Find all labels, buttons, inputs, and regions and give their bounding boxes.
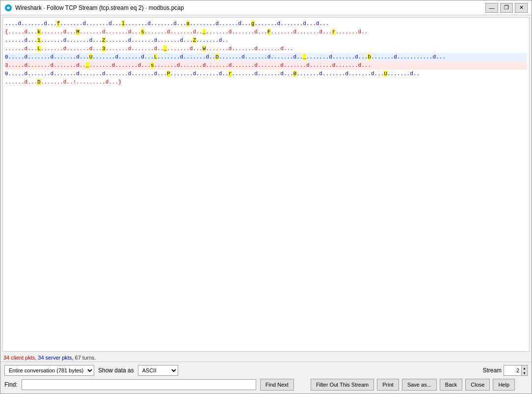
highlight: Z xyxy=(102,37,106,43)
stream-input[interactable] xyxy=(504,365,521,376)
print-button[interactable]: Print xyxy=(377,379,399,391)
highlight: l xyxy=(122,21,125,27)
stream-line-5: 0.....d.......d.......d...U.......d.....… xyxy=(5,53,527,61)
stream-label: Stream xyxy=(482,367,502,374)
highlight: 1 xyxy=(37,37,41,43)
stream-spinbox: ▲ ▼ xyxy=(504,365,528,376)
window-title: Wireshark · Follow TCP Stream (tcp.strea… xyxy=(15,4,485,11)
highlight: D xyxy=(215,54,219,60)
save-as-button[interactable]: Save as... xyxy=(402,379,437,391)
highlight: _ xyxy=(203,29,206,35)
highlight: F xyxy=(267,29,271,35)
highlight: 3 xyxy=(102,46,106,52)
restore-button[interactable]: ❐ xyxy=(500,3,513,13)
stream-line-7: 0.....d.......d.......d.......d.......d.… xyxy=(5,70,527,78)
conversation-select[interactable]: Entire conversation (781 bytes) Client o… xyxy=(4,365,94,376)
highlight: _ xyxy=(86,62,89,68)
stream-line-6: 3.....d.......d.......d.._.......d......… xyxy=(5,61,527,70)
highlight: _ xyxy=(303,54,306,60)
stream-content-area: ....d.......d...f.......d.......d...l...… xyxy=(2,17,530,352)
find-next-button[interactable]: Find Next xyxy=(260,379,294,391)
status-server: 34 server pkts, xyxy=(38,355,73,361)
highlight: a xyxy=(186,21,190,27)
highlight: g xyxy=(251,21,255,27)
stream-line-4: ......d...L.......d.......d...3.......d.… xyxy=(5,45,527,53)
filter-out-button[interactable]: Filter Out This Stream xyxy=(311,379,374,391)
controls-right: Stream ▲ ▼ xyxy=(482,365,528,376)
highlight: s xyxy=(141,29,144,35)
highlight: L xyxy=(37,46,41,52)
highlight: M xyxy=(76,29,80,35)
minimize-button[interactable]: — xyxy=(485,3,498,13)
stream-line-2: {.....d...k.......d...M.......d.......d.… xyxy=(5,28,527,36)
action-buttons: Filter Out This Stream Print Save as... … xyxy=(298,379,528,391)
find-input[interactable] xyxy=(22,379,256,390)
highlight: P xyxy=(167,71,170,77)
highlight: r xyxy=(229,71,232,77)
highlight: s xyxy=(151,62,154,68)
stream-spin-buttons: ▲ ▼ xyxy=(521,365,528,376)
highlight: _ xyxy=(163,46,167,52)
stream-line-8: ......d...D.......d..!.........d...} xyxy=(5,78,527,86)
stream-down-button[interactable]: ▼ xyxy=(522,370,527,375)
stream-up-button[interactable]: ▲ xyxy=(522,366,527,370)
status-turns: 67 turns. xyxy=(75,355,96,361)
highlight: Z xyxy=(193,37,196,43)
highlight: L xyxy=(154,54,158,60)
show-data-label: Show data as xyxy=(98,367,134,374)
back-button[interactable]: Back xyxy=(440,379,462,391)
close-button[interactable]: Close xyxy=(465,379,490,391)
highlight: k xyxy=(37,29,41,35)
highlight: 0 xyxy=(293,71,297,77)
help-button[interactable]: Help xyxy=(493,379,515,391)
stream-line-1: ....d.......d...f.......d.......d...l...… xyxy=(5,20,527,28)
controls-left: Entire conversation (781 bytes) Client o… xyxy=(4,365,479,376)
highlight: U xyxy=(384,71,387,77)
highlight: W xyxy=(203,46,206,52)
app-icon xyxy=(4,4,12,12)
highlight: U xyxy=(89,54,93,60)
highlight: f xyxy=(57,21,60,27)
controls-row1: Entire conversation (781 bytes) Client o… xyxy=(4,365,528,376)
status-client: 34 client pkts, xyxy=(3,355,36,361)
stream-line-3: ......d...1.......d.......d...Z.......d.… xyxy=(5,36,527,45)
bottom-controls: Entire conversation (781 bytes) Client o… xyxy=(0,362,532,394)
main-window: Wireshark · Follow TCP Stream (tcp.strea… xyxy=(0,0,532,394)
close-window-button[interactable]: ✕ xyxy=(515,3,528,13)
show-data-select[interactable]: ASCII Hex Dump C Arrays Raw YAML xyxy=(138,365,178,376)
titlebar: Wireshark · Follow TCP Stream (tcp.strea… xyxy=(0,0,532,15)
highlight: r xyxy=(332,29,336,35)
find-label: Find: xyxy=(4,381,18,388)
highlight: D xyxy=(37,79,41,85)
highlight: b xyxy=(368,54,371,60)
window-controls: — ❐ ✕ xyxy=(485,3,528,13)
controls-row2: Find: Find Next Filter Out This Stream P… xyxy=(4,379,528,391)
status-bar: 34 client pkts, 34 server pkts, 67 turns… xyxy=(0,354,532,362)
